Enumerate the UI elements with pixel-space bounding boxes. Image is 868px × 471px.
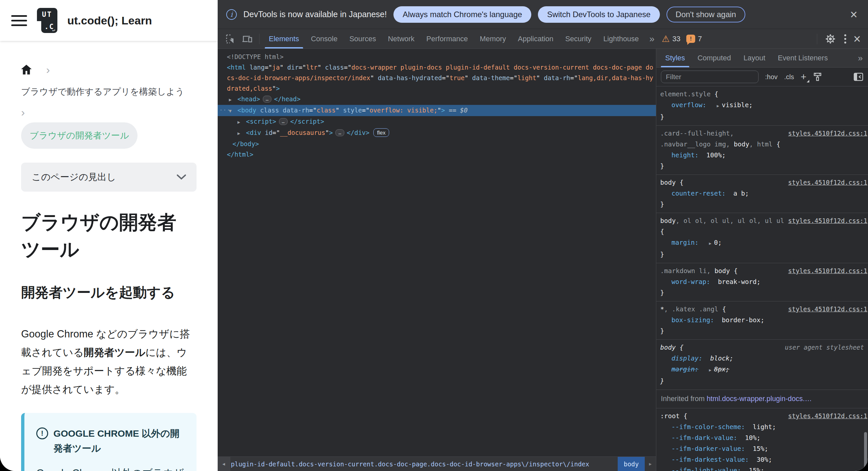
stylesheet-link[interactable]: styles.4510f12d.css:1	[785, 128, 868, 139]
stylesheet-link[interactable]: styles.4510f12d.css:1	[785, 177, 868, 188]
css-property[interactable]: --ifm-dark-value: 10%;	[656, 432, 868, 443]
css-property[interactable]: word-wrap: break-word;	[656, 276, 868, 287]
expand-arrow-icon[interactable]: ▶	[238, 117, 246, 127]
rule-selector[interactable]: body {	[656, 177, 785, 188]
rule-selector[interactable]: body {	[656, 342, 782, 353]
tab-computed[interactable]: Computed	[691, 49, 737, 67]
breadcrumb-prev-icon[interactable]: ◀	[218, 457, 230, 471]
site-logo[interactable]: UT .C ↵	[37, 8, 57, 33]
device-toolbar-icon[interactable]	[239, 34, 256, 43]
always-match-language-button[interactable]: Always match Chrome's language	[394, 6, 531, 23]
toggle-panel-icon[interactable]	[854, 72, 863, 81]
dont-show-again-button[interactable]: Don't show again	[666, 7, 745, 23]
css-property[interactable]: --ifm-darkest-value: 30%;	[656, 454, 868, 465]
dom-tree-node[interactable]: ▶<head>…</head>	[218, 94, 656, 105]
devtools-tab-elements[interactable]: Elements	[263, 29, 305, 49]
toc-dropdown[interactable]: このページの見出し	[21, 163, 196, 192]
scrollbar-thumb[interactable]	[864, 432, 867, 468]
styles-filter-input[interactable]	[661, 71, 758, 83]
css-property[interactable]: overflow: ▶visible;	[656, 100, 868, 112]
stylesheet-link[interactable]: styles.4510f12d.css:1	[785, 265, 868, 276]
devtools-tab-memory[interactable]: Memory	[474, 29, 512, 49]
dom-tree-node[interactable]: </body>	[218, 138, 656, 149]
rule-selector[interactable]: :root {	[656, 411, 785, 421]
stylesheet-link[interactable]: styles.4510f12d.css:1	[785, 215, 868, 226]
css-property[interactable]: margin: ▶8px;	[656, 364, 868, 376]
tab-styles[interactable]: Styles	[659, 49, 691, 67]
breadcrumb-current[interactable]: ブラウザの開発者ツール	[21, 122, 137, 149]
switch-to-japanese-button[interactable]: Switch DevTools to Japanese	[538, 6, 660, 23]
dom-tree-node[interactable]: <!DOCTYPE html>	[218, 52, 656, 62]
inherited-from-row: Inherited from html.docs-wrapper.plugin-…	[656, 390, 868, 408]
chevron-down-icon	[177, 175, 186, 180]
code-token: true	[450, 74, 465, 82]
tab-event-listeners[interactable]: Event Listeners	[772, 49, 834, 67]
dom-tree-node[interactable]: <html lang="ja" dir="ltr" class="docs-wr…	[218, 62, 656, 94]
kebab-menu-icon[interactable]	[840, 34, 850, 43]
devtools-tab-security[interactable]: Security	[559, 29, 597, 49]
toggle-hover-state-button[interactable]: :hov	[765, 73, 778, 81]
rule-selector[interactable]: .markdown li, body {	[656, 265, 785, 276]
tab-layout[interactable]: Layout	[737, 49, 771, 67]
devtools-tab-application[interactable]: Application	[512, 29, 559, 49]
collapsed-children-icon[interactable]: …	[335, 129, 344, 136]
css-property[interactable]: --ifm-color-scheme: light;	[656, 421, 868, 432]
devtools-tab-console[interactable]: Console	[305, 29, 344, 49]
css-property[interactable]: height: 100%;	[656, 150, 868, 161]
dom-breadcrumb-selected[interactable]: body	[618, 457, 645, 471]
css-property[interactable]: box-sizing: border-box;	[656, 315, 868, 325]
dom-breadcrumb-path[interactable]: plugin-id-default.docs-version-current.d…	[229, 461, 618, 468]
css-property[interactable]: counter-reset: a b;	[656, 188, 868, 199]
expand-arrow-icon[interactable]: ▶	[238, 128, 246, 138]
expand-value-icon[interactable]: ▶	[709, 241, 711, 246]
closing-brace: }	[656, 161, 868, 171]
styles-filter-bar: :hov .cls +	[656, 68, 868, 86]
css-property[interactable]: --ifm-light-value: 15%;	[656, 465, 868, 471]
inspect-element-icon[interactable]	[222, 34, 239, 44]
close-devtools-icon[interactable]: ×	[851, 33, 863, 45]
node-menu-dots-icon[interactable]: ···	[219, 105, 230, 116]
style-rule: body {styles.4510f12d.css:1counter-reset…	[656, 175, 868, 213]
devtools-tab-network[interactable]: Network	[382, 29, 421, 49]
expand-value-icon[interactable]: ▶	[717, 103, 719, 108]
dom-tree-node[interactable]: ▶<div id="__docusaurus">…</div>flex	[218, 127, 656, 138]
rendering-emulation-icon[interactable]	[813, 72, 822, 82]
breadcrumb-section[interactable]: ブラウザで動作するアプリを構築しよう	[21, 85, 196, 99]
selector-part: {	[676, 344, 683, 351]
css-property[interactable]: display: block;	[656, 353, 868, 364]
devtools-tab-performance[interactable]: Performance	[421, 29, 474, 49]
rule-selector[interactable]: .card--full-height, .navbar__logo img, b…	[656, 128, 785, 150]
site-title[interactable]: ut.code(); Learn	[67, 14, 152, 27]
flex-badge[interactable]: flex	[373, 128, 389, 137]
dom-tree-node[interactable]: </html>	[218, 149, 656, 160]
devtools-tab-sources[interactable]: Sources	[343, 29, 382, 49]
expand-value-icon[interactable]: ▶	[709, 368, 711, 372]
collapsed-children-icon[interactable]: …	[263, 96, 271, 102]
css-property[interactable]: margin: ▶0;	[656, 237, 868, 249]
inherited-from-link[interactable]: html.docs-wrapper.plugin-docs.…	[707, 395, 812, 403]
warnings-badge[interactable]: ⚠ 33 ! 7	[662, 34, 702, 44]
rule-selector[interactable]: *, .katex .angl {	[656, 304, 785, 315]
new-style-rule-icon[interactable]: +	[801, 72, 807, 82]
chevron-right-icon: ›	[46, 64, 50, 75]
toggle-class-button[interactable]: .cls	[784, 73, 794, 81]
dom-tree-node[interactable]: ···▼<body class data-rh="class" style="o…	[218, 105, 656, 116]
breadcrumb-next-icon[interactable]: ▶	[645, 462, 656, 466]
settings-gear-icon[interactable]	[822, 34, 839, 44]
expand-arrow-icon[interactable]: ▶	[229, 94, 238, 105]
rule-selector[interactable]: body, ol ol, ol ul, ul ol, ul ul {	[656, 215, 785, 237]
home-icon[interactable]	[21, 65, 32, 74]
stylesheet-link[interactable]: styles.4510f12d.css:1	[785, 411, 868, 421]
devtools-tab-lighthouse[interactable]: Lighthouse	[597, 29, 645, 49]
close-notification-icon[interactable]: ×	[848, 8, 860, 21]
docs-page: UT .C ↵ ut.code(); Learn › ブラウザで動作するアプリを…	[0, 0, 218, 471]
rule-selector[interactable]: element.style {	[656, 89, 868, 100]
stylesheet-link[interactable]: styles.4510f12d.css:1	[785, 304, 868, 315]
more-tabs-icon[interactable]: »	[645, 34, 659, 44]
more-sidebar-tabs-icon[interactable]: »	[853, 53, 868, 63]
menu-icon[interactable]	[11, 15, 27, 26]
collapsed-children-icon[interactable]: …	[279, 118, 287, 125]
code-token: >	[441, 106, 445, 114]
dom-tree-node[interactable]: ▶<script>…</script>	[218, 116, 656, 127]
css-property[interactable]: --ifm-darker-value: 15%;	[656, 443, 868, 454]
